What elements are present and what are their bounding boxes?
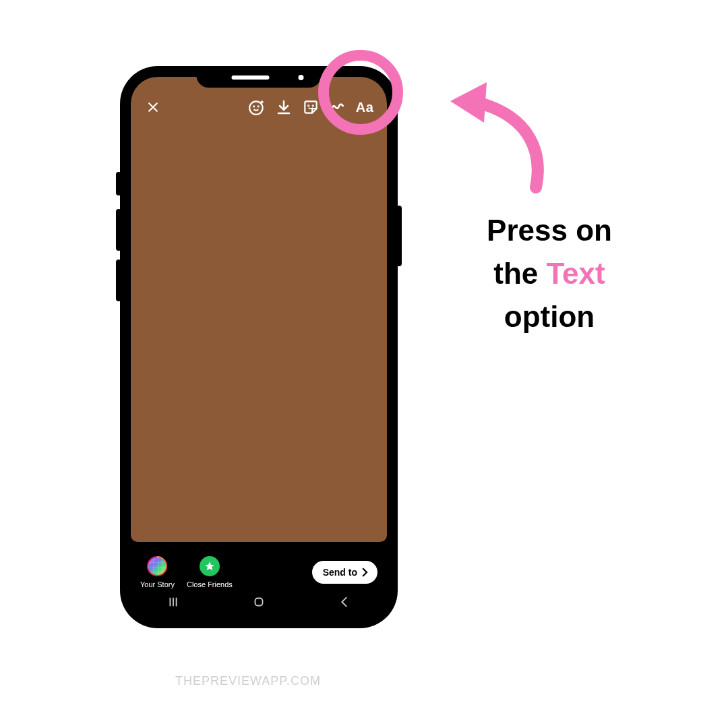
download-button[interactable] (271, 96, 297, 119)
chevron-right-icon (359, 566, 371, 578)
your-story-avatar-icon (147, 556, 167, 576)
annotation-highlight-circle (318, 50, 403, 135)
phone-frame: Aa Your Story Close Friends Send to (121, 67, 396, 627)
your-story-button[interactable]: Your Story (140, 556, 175, 588)
android-nav-bar (131, 592, 387, 612)
back-icon[interactable] (337, 595, 352, 609)
close-button[interactable] (143, 97, 163, 117)
home-icon[interactable] (251, 595, 266, 609)
phone-side-button (116, 260, 121, 301)
watermark-text: THEPREVIEWAPP.COM (175, 674, 321, 688)
phone-side-button (116, 209, 121, 251)
close-friends-label: Close Friends (187, 580, 233, 588)
story-canvas[interactable] (131, 77, 387, 542)
annotation-arrow-icon (431, 74, 566, 195)
phone-notch (197, 67, 322, 88)
instruction-part: Press on (487, 214, 612, 247)
instruction-part: option (504, 300, 595, 333)
svg-marker-9 (205, 562, 214, 570)
close-friends-star-icon (200, 556, 220, 576)
svg-point-8 (313, 105, 313, 106)
svg-rect-13 (255, 599, 262, 606)
svg-point-3 (253, 106, 254, 107)
your-story-label: Your Story (140, 580, 175, 588)
instruction-part: the (493, 257, 538, 290)
effects-button[interactable] (244, 96, 270, 119)
send-to-button[interactable]: Send to (312, 561, 377, 584)
instruction-text: Press on the Text option (431, 209, 667, 338)
sparkle-face-icon (248, 98, 266, 116)
close-icon (146, 100, 160, 114)
svg-point-4 (258, 106, 259, 107)
svg-point-2 (249, 101, 263, 115)
recent-apps-icon[interactable] (166, 595, 181, 609)
phone-side-button (396, 206, 402, 266)
svg-point-7 (308, 105, 309, 106)
phone-screen: Aa Your Story Close Friends Send to (131, 77, 387, 617)
instruction-highlight: Text (547, 257, 605, 290)
send-to-label: Send to (323, 567, 357, 578)
share-bar: Your Story Close Friends Send to (131, 549, 387, 596)
close-friends-button[interactable]: Close Friends (187, 556, 233, 588)
download-icon (276, 99, 292, 115)
phone-side-button (116, 172, 121, 195)
sticker-icon (302, 98, 320, 116)
